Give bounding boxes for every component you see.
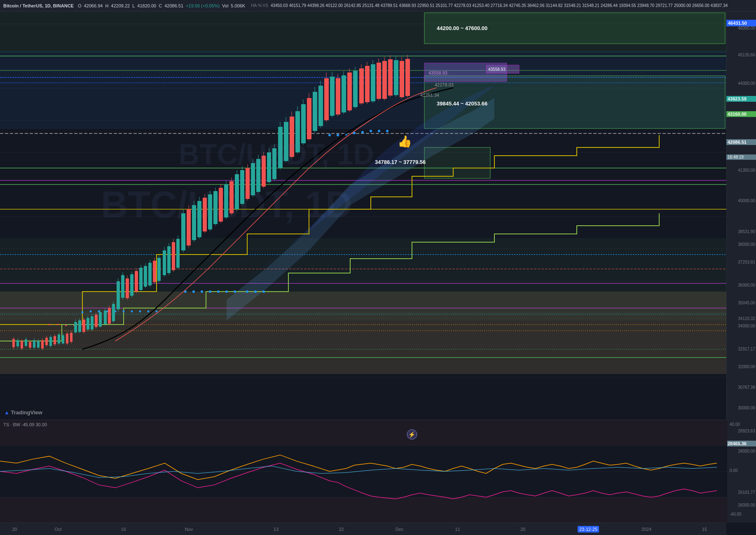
svg-point-70: [65, 325, 67, 326]
vol-value: 5.006K: [231, 3, 245, 8]
indicator-y-neg40: -40.00: [728, 512, 756, 516]
top-bar: Bitcoin / TetherUS, 1D, BINANCE O 42066.…: [0, 0, 756, 12]
svg-point-66: [147, 311, 150, 313]
svg-text:42278.03: 42278.03: [435, 82, 454, 87]
price-40000: 40000.00: [738, 199, 755, 203]
svg-text:41251.34: 41251.34: [420, 93, 439, 98]
price-38531: 38531.90: [738, 229, 755, 234]
svg-point-45: [225, 290, 228, 293]
y-axis: 46431.50 46000.00 45135.66 44000.00 4382…: [726, 12, 756, 523]
svg-point-49: [262, 290, 265, 293]
price-26000: 26000.00: [738, 502, 755, 507]
symbol-name: Bitcoin / TetherUS, 1D, BINANCE: [3, 3, 74, 8]
svg-point-68: [49, 324, 50, 325]
x-label-2024: 2024: [641, 527, 651, 532]
price-38000: 38000.00: [738, 242, 755, 246]
indicator-y-0: 0.00: [728, 468, 756, 473]
svg-point-58: [82, 311, 84, 313]
main-chart-area: BTC/USDT, 1D: [0, 12, 727, 420]
open-label: O: [78, 3, 82, 8]
price-46000: 46000.00: [738, 26, 755, 30]
price-35045: 35045.00: [738, 301, 755, 305]
high-value: 42209.22: [111, 3, 130, 8]
svg-point-54: [361, 131, 364, 133]
svg-rect-16: [0, 292, 727, 374]
price-34110: 34110.32: [738, 316, 755, 320]
time-badge: 16:48:19: [726, 154, 756, 160]
x-label-16: 16: [121, 527, 126, 532]
svg-text:43558.93: 43558.93: [428, 70, 447, 75]
svg-point-63: [123, 311, 125, 313]
indicator-ts-bw-label: TS · BW -45.09 30.00: [3, 422, 47, 427]
ha-values: 43450.03 46151.79 44398.26 40122.00 2614…: [271, 3, 728, 8]
svg-text:39845.44 ~ 42053.66: 39845.44 ~ 42053.66: [437, 100, 487, 107]
change-value: +19.56 (+0.05%): [186, 3, 220, 8]
svg-point-67: [156, 311, 158, 313]
x-label-20b: 20: [520, 527, 525, 532]
svg-point-48: [254, 290, 257, 293]
price-34000: 34000.00: [738, 324, 755, 328]
svg-text:43558.93: 43558.93: [488, 67, 506, 72]
svg-point-55: [370, 130, 372, 132]
price-42086-badge: 42086.51: [726, 139, 756, 145]
price-32000: 32000.00: [738, 364, 755, 369]
price-28465-badge: 28465.36: [726, 441, 756, 446]
svg-rect-247: [0, 420, 727, 446]
x-label-13: 13: [274, 527, 279, 532]
svg-point-57: [386, 130, 389, 132]
price-41350: 41350.00: [738, 168, 755, 172]
close-value: 42086.51: [164, 3, 183, 8]
svg-point-44: [217, 290, 220, 293]
vol-label: Vol: [222, 3, 228, 8]
price-44k: 44000.00: [738, 81, 755, 85]
svg-point-50: [328, 134, 331, 136]
x-label-dec: Dec: [396, 527, 404, 532]
x-label-2312-25: 23-12-25: [578, 526, 599, 533]
price-28000: 28000.00: [738, 449, 755, 453]
close-label: C: [159, 3, 162, 8]
svg-text:👍: 👍: [398, 135, 412, 148]
open-value: 42066.94: [84, 3, 103, 8]
svg-text:⚡: ⚡: [408, 431, 416, 438]
price-30000: 30000.00: [738, 405, 755, 410]
high-label: H: [105, 3, 108, 8]
svg-point-42: [201, 290, 203, 293]
svg-point-43: [209, 290, 211, 293]
low-value: 41820.00: [137, 3, 156, 8]
svg-rect-248: [0, 497, 727, 523]
svg-text:34786.17 ~ 37779.56: 34786.17 ~ 37779.56: [375, 159, 426, 165]
price-43823-badge: 43823.59: [726, 96, 756, 102]
svg-point-59: [90, 311, 92, 313]
x-label-22: 22: [339, 527, 344, 532]
svg-point-56: [378, 130, 380, 132]
svg-point-60: [98, 311, 100, 313]
chart-svg: BTC/USDT, 1D: [0, 12, 727, 399]
x-label-oct: Oct: [54, 527, 61, 532]
price-30767: 30767.38: [738, 385, 755, 390]
x-label-11: 11: [455, 527, 460, 532]
svg-point-65: [139, 311, 141, 313]
svg-point-51: [337, 134, 339, 136]
indicator-svg: ⚡: [0, 420, 727, 523]
ha-label: HA·%·VS: [251, 3, 268, 8]
x-label-15: 15: [702, 527, 707, 532]
svg-point-69: [57, 324, 59, 325]
x-axis: 20 Oct 16 Nov 13 22 Dec 11 20 23-12-25 2…: [0, 523, 726, 535]
price-36000: 36000.00: [738, 283, 755, 287]
symbol-info: Bitcoin / TetherUS, 1D, BINANCE O 42066.…: [3, 3, 728, 8]
svg-point-47: [246, 290, 248, 293]
svg-point-46: [234, 290, 236, 293]
price-45135: 45135.66: [738, 53, 755, 57]
x-label-nov: Nov: [185, 527, 193, 532]
svg-point-41: [192, 290, 195, 293]
price-26101: 26101.77: [738, 490, 755, 494]
svg-text:44200.00 ~ 47600.00: 44200.00 ~ 47600.00: [437, 25, 487, 31]
bottom-indicator-panel: TS · BW -45.09 30.00 ⚡ 40.00 0.00: [0, 420, 727, 523]
tradingview-logo: ▲ TradingView: [4, 409, 42, 416]
x-label-20: 20: [12, 527, 17, 532]
price-37253: 37253.81: [738, 260, 755, 264]
chart-container: Bitcoin / TetherUS, 1D, BINANCE O 42066.…: [0, 0, 756, 535]
low-label: L: [132, 3, 135, 8]
svg-point-64: [131, 311, 133, 313]
price-32917: 32917.17: [738, 347, 755, 351]
